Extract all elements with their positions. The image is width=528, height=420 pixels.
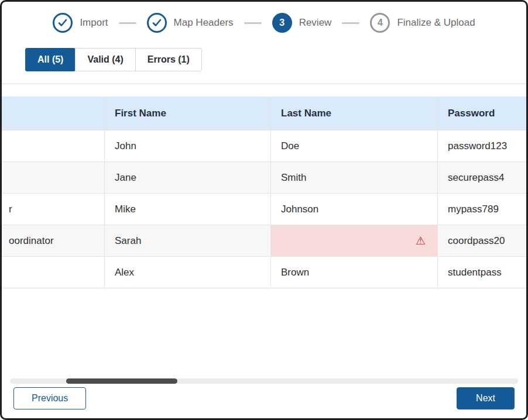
step-import[interactable]: Import [53, 13, 108, 33]
previous-button[interactable]: Previous [13, 387, 86, 409]
table-header-row: First Name Last Name Password [2, 97, 526, 130]
warning-icon: ⚠ [416, 235, 426, 246]
cell-clipped-fragment: r [2, 194, 105, 225]
step-review-label: Review [299, 17, 332, 29]
step-map-headers-label: Map Headers [174, 17, 234, 29]
column-header-first-name: First Name [105, 97, 271, 130]
wizard-footer: Previous Next [13, 387, 515, 409]
cell-password: mypass789 [438, 194, 526, 225]
cell-password: securepass4 [438, 162, 526, 193]
check-icon [152, 19, 162, 27]
section-divider [2, 84, 526, 84]
tab-errors[interactable]: Errors (1) [135, 48, 202, 71]
step-finalize-upload[interactable]: 4 Finalize & Upload [370, 13, 475, 33]
step-map-headers[interactable]: Map Headers [147, 13, 234, 33]
cell-clipped-fragment [2, 130, 105, 161]
tab-valid[interactable]: Valid (4) [75, 48, 135, 71]
step-connector [244, 22, 262, 24]
cell-password: coordpass20 [438, 225, 526, 256]
filter-tabs: All (5) Valid (4) Errors (1) [25, 48, 526, 71]
cell-first-name: Jane [105, 162, 271, 193]
table-row-with-error: oordinator Sarah ⚠ coordpass20 [2, 225, 526, 257]
cell-first-name: Sarah [105, 225, 271, 256]
cell-first-name: Mike [105, 194, 271, 225]
table-row: r Mike Johnson mypass789 [2, 194, 526, 225]
cell-last-name: Smith [271, 162, 438, 193]
step-connector [342, 22, 359, 24]
cell-clipped-fragment: oordinator [2, 225, 105, 256]
table-row: John Doe password123 [2, 130, 526, 162]
column-header-last-name: Last Name [271, 97, 438, 130]
cell-password: studentpass [438, 257, 526, 288]
step-complete-check-icon [53, 13, 73, 33]
next-button[interactable]: Next [457, 387, 515, 409]
step-number-badge: 3 [272, 13, 292, 33]
review-table: First Name Last Name Password John Doe p… [2, 97, 526, 288]
cell-last-name: Brown [271, 257, 438, 288]
column-header-password: Password [438, 97, 526, 130]
column-header-clipped [2, 97, 105, 130]
cell-last-name: Doe [271, 130, 438, 161]
cell-last-name-error: ⚠ [271, 225, 438, 256]
cell-last-name: Johnson [271, 194, 438, 225]
horizontal-scrollbar-track[interactable] [10, 378, 518, 384]
cell-first-name: Alex [105, 257, 271, 288]
import-wizard-panel: Import Map Headers 3 Review 4 Finalize &… [0, 0, 528, 420]
table-row: Jane Smith securepass4 [2, 162, 526, 194]
tab-all[interactable]: All (5) [25, 48, 76, 71]
cell-first-name: John [105, 130, 271, 161]
check-icon [58, 19, 67, 27]
step-complete-check-icon [147, 13, 167, 33]
step-import-label: Import [80, 17, 108, 29]
cell-clipped-fragment [2, 162, 105, 193]
cell-clipped-fragment [2, 257, 105, 288]
step-connector [119, 22, 136, 24]
stepper: Import Map Headers 3 Review 4 Finalize &… [2, 13, 526, 33]
step-finalize-upload-label: Finalize & Upload [397, 17, 475, 29]
table-row: Alex Brown studentpass [2, 257, 526, 288]
step-review[interactable]: 3 Review [272, 13, 332, 33]
step-number-badge: 4 [370, 13, 390, 33]
horizontal-scrollbar-thumb[interactable] [66, 378, 177, 384]
cell-password: password123 [438, 130, 526, 161]
